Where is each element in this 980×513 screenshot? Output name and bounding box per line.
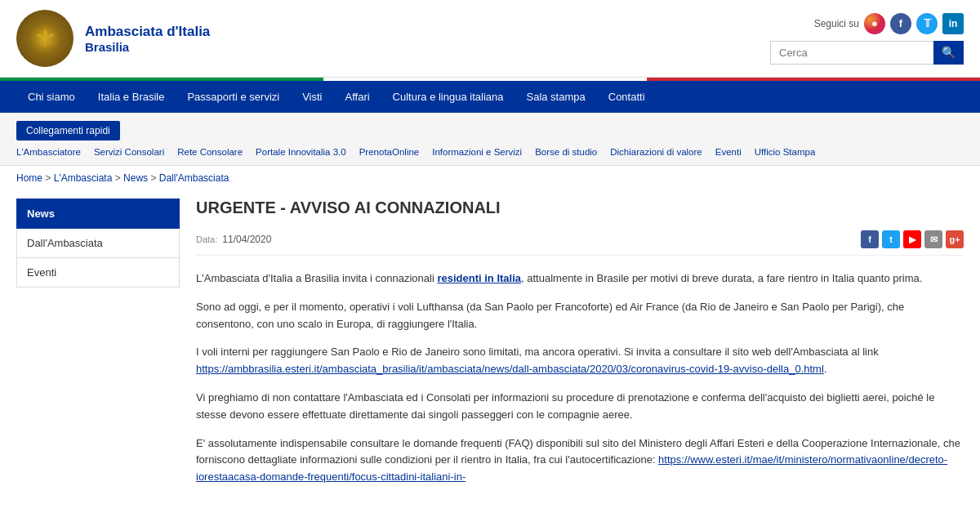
article-paragraph: I voli interni per raggiungere San Paolo… bbox=[196, 344, 964, 378]
nav-link[interactable]: Chi siamo bbox=[16, 81, 87, 113]
nav-link[interactable]: Cultura e lingua italiana bbox=[381, 81, 515, 113]
share-facebook[interactable]: f bbox=[861, 230, 879, 248]
nav-link[interactable]: Contatti bbox=[597, 81, 657, 113]
search-button[interactable]: 🔍 bbox=[933, 41, 964, 65]
article-link[interactable]: residenti in Italia bbox=[437, 272, 521, 284]
nav-item[interactable]: Italia e Brasile bbox=[87, 81, 176, 113]
quicklink-item[interactable]: L'Ambasciatore bbox=[16, 147, 81, 157]
breadcrumb-item[interactable]: News bbox=[123, 172, 148, 184]
sidebar-item-eventi[interactable]: Eventi bbox=[16, 258, 180, 288]
header-left: Ambasciata d'Italia Brasilia bbox=[16, 10, 210, 67]
search-bar: 🔍 bbox=[770, 41, 964, 65]
instagram-icon[interactable]: ● bbox=[864, 13, 885, 34]
article-title: URGENTE - AVVISO AI CONNAZIONALI bbox=[196, 199, 964, 217]
nav-link[interactable]: Sala stampa bbox=[514, 81, 596, 113]
site-title-line2: Brasilia bbox=[85, 40, 210, 54]
nav-item[interactable]: Cultura e lingua italiana bbox=[381, 81, 515, 113]
quicklinks-bar: Collegamenti rapidi L'AmbasciatoreServiz… bbox=[0, 113, 980, 166]
breadcrumb-separator: > bbox=[148, 172, 159, 184]
sidebar-item-news[interactable]: News bbox=[16, 199, 180, 229]
quicklink-item[interactable]: Rete Consolare bbox=[177, 147, 243, 157]
nav-link[interactable]: Visti bbox=[291, 81, 333, 113]
quicklink-item[interactable]: Dichiarazioni di valore bbox=[610, 147, 702, 157]
twitter-icon[interactable]: 𝕋 bbox=[916, 13, 938, 34]
article-link[interactable]: https://www.esteri.it/mae/it/ministero/n… bbox=[196, 453, 947, 483]
main-nav: Chi siamoItalia e BrasilePassaporti e se… bbox=[0, 81, 980, 113]
logo-emblem bbox=[16, 10, 74, 67]
quicklink-item[interactable]: Portale Innovitalia 3.0 bbox=[256, 147, 346, 157]
date-label: Data: bbox=[196, 234, 217, 244]
nav-item[interactable]: Affari bbox=[334, 81, 381, 113]
share-youtube[interactable]: ▶ bbox=[903, 230, 921, 248]
nav-item[interactable]: Sala stampa bbox=[514, 81, 596, 113]
article-paragraph: L'Ambasciata d'Italia a Brasilia invita … bbox=[196, 270, 964, 288]
quicklink-item[interactable]: Servizi Consolari bbox=[94, 147, 164, 157]
sidebar: NewsDall'AmbasciataEventi bbox=[16, 199, 180, 497]
breadcrumb-item[interactable]: Dall'Ambasciata bbox=[159, 172, 229, 184]
article-body: L'Ambasciata d'Italia a Brasilia invita … bbox=[196, 270, 964, 486]
nav-item[interactable]: Contatti bbox=[597, 81, 657, 113]
main-content: NewsDall'AmbasciataEventi URGENTE - AVVI… bbox=[0, 190, 980, 506]
quicklinks-links: L'AmbasciatoreServizi ConsolariRete Cons… bbox=[16, 147, 964, 157]
share-plus[interactable]: g+ bbox=[946, 230, 964, 248]
breadcrumb-item[interactable]: L'Ambasciata bbox=[54, 172, 113, 184]
quicklinks-button[interactable]: Collegamenti rapidi bbox=[16, 121, 120, 141]
nav-link[interactable]: Passaporti e servizi bbox=[176, 81, 291, 113]
nav-link[interactable]: Italia e Brasile bbox=[87, 81, 176, 113]
quicklink-item[interactable]: PrenotaOnline bbox=[359, 147, 420, 157]
breadcrumb-item[interactable]: Home bbox=[16, 172, 42, 184]
social-bar: Seguici su ● f 𝕋 in bbox=[814, 13, 964, 34]
header-right: Seguici su ● f 𝕋 in 🔍 bbox=[770, 13, 964, 65]
quicklink-item[interactable]: Ufficio Stampa bbox=[755, 147, 816, 157]
article-paragraph: Vi preghiamo di non contattare l'Ambasci… bbox=[196, 390, 964, 424]
search-input[interactable] bbox=[770, 41, 933, 65]
share-email[interactable]: ✉ bbox=[924, 230, 942, 248]
article-link[interactable]: https://ambbrasilia.esteri.it/ambasciata… bbox=[196, 363, 824, 375]
article-date: Data: 11/04/2020 bbox=[196, 234, 271, 245]
site-title-line1: Ambasciata d'Italia bbox=[85, 24, 210, 40]
date-value: 11/04/2020 bbox=[222, 234, 271, 245]
social-icons: ● f 𝕋 in bbox=[864, 13, 964, 34]
nav-item[interactable]: Passaporti e servizi bbox=[176, 81, 291, 113]
nav-item[interactable]: Visti bbox=[291, 81, 333, 113]
site-title: Ambasciata d'Italia Brasilia bbox=[85, 24, 210, 54]
nav-item[interactable]: Chi siamo bbox=[16, 81, 87, 113]
linkedin-icon[interactable]: in bbox=[942, 13, 964, 34]
breadcrumb-separator: > bbox=[112, 172, 123, 184]
facebook-icon[interactable]: f bbox=[890, 13, 911, 34]
quicklink-item[interactable]: Informazioni e Servizi bbox=[432, 147, 522, 157]
sidebar-item-dall-ambasciata[interactable]: Dall'Ambasciata bbox=[16, 229, 180, 258]
article-meta: Data: 11/04/2020 f t ▶ ✉ g+ bbox=[196, 230, 964, 256]
breadcrumb-separator: > bbox=[42, 172, 54, 184]
quicklink-item[interactable]: Eventi bbox=[715, 147, 742, 157]
header: Ambasciata d'Italia Brasilia Seguici su … bbox=[0, 0, 980, 78]
article: URGENTE - AVVISO AI CONNAZIONALI Data: 1… bbox=[196, 199, 964, 497]
share-twitter[interactable]: t bbox=[882, 230, 900, 248]
social-label: Seguici su bbox=[814, 18, 859, 29]
breadcrumb: Home > L'Ambasciata > News > Dall'Ambasc… bbox=[0, 166, 980, 190]
social-share: f t ▶ ✉ g+ bbox=[861, 230, 964, 248]
nav-link[interactable]: Affari bbox=[334, 81, 381, 113]
article-paragraph: Sono ad oggi, e per il momento, operativ… bbox=[196, 299, 964, 333]
article-paragraph: E' assolutamente indispensabile consulta… bbox=[196, 435, 964, 486]
quicklink-item[interactable]: Borse di studio bbox=[535, 147, 597, 157]
